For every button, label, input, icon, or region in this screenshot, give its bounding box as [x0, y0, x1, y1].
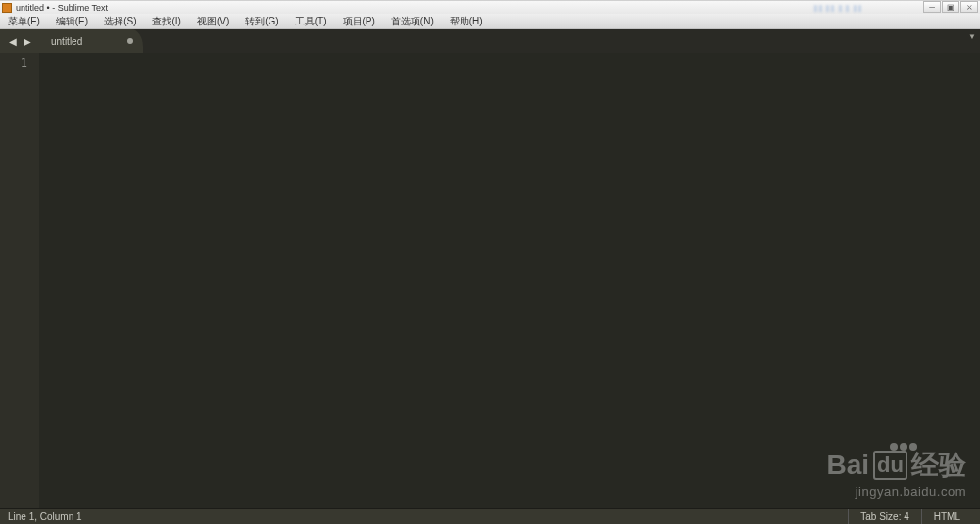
statusbar: Line 1, Column 1 Tab Size: 4 HTML	[0, 508, 980, 524]
tabbar: ◀ ▶ untitled ▼	[0, 29, 980, 53]
status-syntax[interactable]: HTML	[921, 509, 972, 525]
menu-goto[interactable]: 转到(G)	[237, 14, 286, 29]
menu-edit[interactable]: 编辑(E)	[48, 14, 96, 29]
tab-label: untitled	[51, 36, 82, 47]
menu-view[interactable]: 视图(V)	[189, 14, 237, 29]
close-button[interactable]: ⤬	[960, 1, 978, 13]
editor: 1 Baidu 经验 jingyan.baidu.com	[0, 53, 980, 508]
nav-back-icon[interactable]: ◀	[7, 36, 19, 47]
tab-overflow-icon[interactable]: ▼	[968, 32, 976, 41]
background-blur: ▮▮ ▮▮ ▮ ▮ ▮▮	[813, 3, 862, 13]
menu-find[interactable]: 查找(I)	[144, 14, 188, 29]
nav-arrows: ◀ ▶	[0, 29, 39, 53]
status-position[interactable]: Line 1, Column 1	[8, 511, 848, 522]
window-title: untitled • - Sublime Text	[16, 3, 108, 13]
dirty-indicator-icon	[127, 38, 133, 44]
menubar: 菜单(F) 编辑(E) 选择(S) 查找(I) 视图(V) 转到(G) 工具(T…	[0, 14, 980, 29]
line-number: 1	[0, 55, 39, 71]
menu-file[interactable]: 菜单(F)	[0, 14, 48, 29]
code-area[interactable]	[39, 53, 980, 508]
gutter: 1	[0, 53, 39, 508]
window-controls: ─ ▣ ⤬	[923, 1, 978, 13]
menu-preferences[interactable]: 首选项(N)	[383, 14, 442, 29]
nav-forward-icon[interactable]: ▶	[22, 36, 33, 47]
maximize-button[interactable]: ▣	[942, 1, 959, 13]
window-titlebar: untitled • - Sublime Text ▮▮ ▮▮ ▮ ▮ ▮▮ ─…	[0, 0, 980, 14]
menu-help[interactable]: 帮助(H)	[442, 14, 491, 29]
tab-untitled[interactable]: untitled	[37, 29, 143, 53]
menu-tools[interactable]: 工具(T)	[287, 14, 335, 29]
menu-project[interactable]: 项目(P)	[335, 14, 383, 29]
app-icon	[2, 3, 12, 13]
menu-select[interactable]: 选择(S)	[96, 14, 144, 29]
status-tab-size[interactable]: Tab Size: 4	[848, 509, 920, 525]
minimize-button[interactable]: ─	[923, 1, 941, 13]
